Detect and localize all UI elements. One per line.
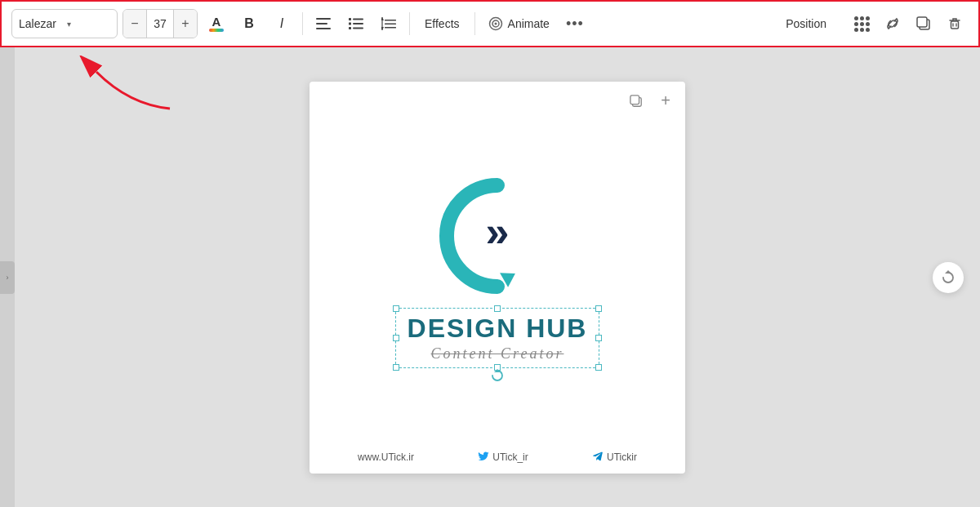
telegram-icon — [592, 451, 604, 464]
canvas-card: + » — [310, 82, 685, 474]
font-color-letter: A — [212, 16, 221, 28]
canvas-copy-svg — [630, 95, 643, 108]
divider-2 — [409, 12, 410, 35]
trash-icon — [947, 16, 962, 31]
canvas-top-icons: + — [625, 90, 677, 113]
arrow-annotation — [47, 56, 194, 124]
link-icon — [884, 16, 901, 31]
canvas-area: + » — [15, 47, 980, 507]
svg-rect-10 — [385, 24, 396, 25]
svg-rect-5 — [349, 23, 351, 25]
font-size-increase-button[interactable]: + — [174, 9, 197, 38]
svg-rect-6 — [353, 23, 363, 24]
font-selector[interactable]: Lalezar ▾ — [11, 9, 118, 38]
divider-3 — [474, 12, 475, 35]
bold-button[interactable]: B — [235, 10, 263, 38]
svg-rect-9 — [385, 20, 396, 21]
align-icon — [316, 18, 331, 29]
left-panel: › — [0, 47, 15, 507]
texture-button[interactable] — [848, 10, 875, 38]
toolbar: Lalezar ▾ − + A B I — [0, 0, 980, 47]
divider-1 — [302, 12, 303, 35]
canvas-add-label: + — [661, 91, 670, 110]
main-area: › — [0, 47, 980, 507]
grid-icon — [854, 16, 870, 32]
italic-button[interactable]: I — [268, 10, 296, 38]
svg-rect-7 — [349, 27, 351, 29]
twitter-text: UTick_ir — [492, 451, 528, 463]
font-size-decrease-button[interactable]: − — [123, 9, 146, 38]
duplicate-icon — [916, 16, 931, 31]
website-text: www.UTick.ir — [358, 451, 414, 463]
font-name-label: Lalezar — [19, 17, 62, 30]
chevron-down-icon: ▾ — [67, 20, 110, 29]
effects-label: Effects — [425, 17, 460, 30]
svg-rect-8 — [353, 28, 363, 29]
position-label: Position — [786, 17, 826, 30]
design-hub-text: DESIGN HUB — [408, 314, 588, 344]
svg-rect-25 — [630, 95, 639, 104]
delete-button[interactable] — [941, 10, 969, 38]
canvas-copy-icon[interactable] — [625, 90, 648, 113]
svg-rect-3 — [349, 18, 351, 20]
selection-handle-rm[interactable] — [595, 335, 602, 341]
selection-handle-bl[interactable] — [393, 364, 399, 371]
link-button[interactable] — [879, 10, 906, 38]
selection-handle-tl[interactable] — [393, 305, 399, 312]
align-button[interactable] — [310, 10, 337, 38]
font-size-control: − + — [122, 9, 198, 38]
svg-rect-4 — [353, 19, 363, 20]
svg-rect-20 — [951, 21, 959, 29]
svg-text:»: » — [486, 208, 510, 256]
selection-handle-lm[interactable] — [393, 335, 399, 341]
svg-point-17 — [494, 23, 497, 25]
line-spacing-button[interactable] — [375, 10, 403, 38]
more-dots-icon: ••• — [566, 16, 584, 33]
telegram-item: UTickir — [592, 451, 637, 464]
logo-container: » DESIGN HUB Content Creator — [395, 171, 600, 368]
list-icon — [349, 18, 363, 29]
svg-rect-0 — [316, 18, 331, 20]
canvas-bottom-bar: www.UTick.ir UTick_ir — [310, 451, 685, 464]
canvas-add-icon[interactable]: + — [654, 90, 677, 113]
content-creator-text: Content Creator — [431, 345, 564, 362]
font-color-button[interactable]: A — [203, 10, 230, 38]
telegram-text: UTickir — [607, 451, 637, 463]
line-spacing-icon — [381, 17, 396, 30]
svg-rect-1 — [316, 23, 327, 24]
rotate-handle-bottom[interactable] — [491, 369, 504, 385]
font-color-bar — [209, 29, 224, 32]
effects-button[interactable]: Effects — [416, 10, 468, 38]
refresh-icon — [941, 270, 956, 285]
svg-rect-11 — [385, 27, 396, 29]
more-options-button[interactable]: ••• — [561, 10, 589, 38]
text-selection-box[interactable]: DESIGN HUB Content Creator — [395, 308, 600, 368]
selection-handle-tm[interactable] — [494, 305, 501, 312]
position-button[interactable]: Position — [776, 10, 836, 38]
svg-marker-29 — [945, 270, 951, 274]
left-panel-toggle[interactable]: › — [0, 261, 15, 294]
website-item: www.UTick.ir — [358, 451, 414, 463]
animate-label: Animate — [508, 17, 550, 30]
panel-chevron-icon: › — [7, 274, 9, 282]
svg-rect-19 — [917, 17, 927, 27]
font-color-indicator: A — [209, 16, 224, 32]
list-button[interactable] — [342, 10, 370, 38]
animate-icon — [488, 16, 503, 31]
toolbar-right — [848, 10, 969, 38]
logo-svg: » — [432, 171, 563, 301]
font-size-input[interactable] — [146, 9, 174, 38]
duplicate-button[interactable] — [910, 10, 938, 38]
selection-handle-br[interactable] — [595, 364, 602, 371]
svg-rect-2 — [316, 28, 331, 29]
twitter-item: UTick_ir — [478, 451, 528, 464]
animate-button[interactable]: Animate — [482, 10, 556, 38]
selection-handle-tr[interactable] — [595, 305, 602, 312]
refresh-button[interactable] — [933, 262, 964, 293]
rotate-icon — [491, 369, 504, 382]
twitter-icon — [478, 451, 489, 464]
